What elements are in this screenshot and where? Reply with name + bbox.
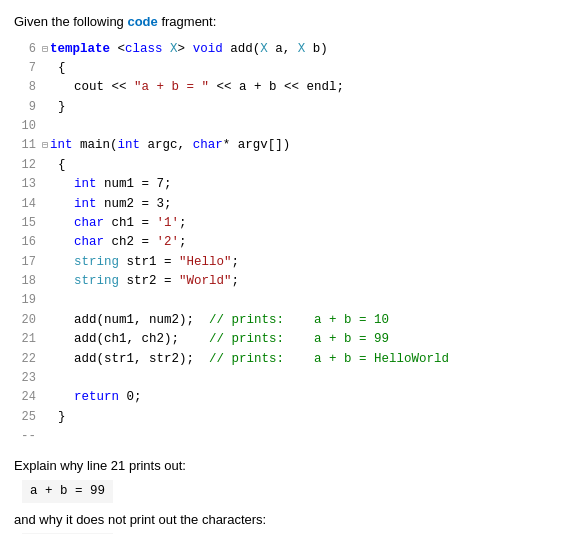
code-line-15: 15 char ch1 = '1'; [14, 214, 556, 233]
line-num-9: 9 [14, 98, 36, 117]
code-line-dash: -- [14, 427, 556, 446]
code-line-6: 6 ⊟template <class X> void add(X a, X b) [14, 40, 556, 59]
code-line-10: 10 [14, 117, 556, 136]
code-line-9: 9 } [14, 98, 556, 117]
intro-text: Given the following code fragment: [14, 12, 556, 32]
code-line-11: 11 ⊟int main(int argc, char* argv[]) [14, 136, 556, 155]
line-content-8: cout << "a + b = " << a + b << endl; [42, 78, 344, 97]
code-line-8: 8 cout << "a + b = " << a + b << endl; [14, 78, 556, 97]
line-content-19 [42, 291, 50, 310]
line-num-24: 24 [14, 388, 36, 407]
collapse-icon-11: ⊟ [42, 140, 48, 151]
line-num-21: 21 [14, 330, 36, 349]
q1-text2: and why it does not print out the charac… [14, 510, 556, 530]
line-content-18: string str2 = "World"; [42, 272, 239, 291]
code-line-18: 18 string str2 = "World"; [14, 272, 556, 291]
line-content-11: ⊟int main(int argc, char* argv[]) [42, 136, 290, 155]
str-a-b: "a + b = " [134, 80, 209, 94]
line-num-10: 10 [14, 117, 36, 136]
code-line-21: 21 add(ch1, ch2); // prints: a + b = 99 [14, 330, 556, 349]
code-line-22: 22 add(str1, str2); // prints: a + b = H… [14, 350, 556, 369]
line-num-22: 22 [14, 350, 36, 369]
line-num-25: 25 [14, 408, 36, 427]
kw-class: class [125, 42, 163, 56]
code-line-20: 20 add(num1, num2); // prints: a + b = 1… [14, 311, 556, 330]
code-block: 6 ⊟template <class X> void add(X a, X b)… [14, 40, 556, 447]
line-content-22: add(str1, str2); // prints: a + b = Hell… [42, 350, 449, 369]
line-num-13: 13 [14, 175, 36, 194]
line-num-17: 17 [14, 253, 36, 272]
code-line-25: 25 } [14, 408, 556, 427]
code-line-13: 13 int num1 = 7; [14, 175, 556, 194]
question1-block: Explain why line 21 prints out: a + b = … [14, 456, 556, 534]
line-num-23: 23 [14, 369, 36, 388]
line-num-12: 12 [14, 156, 36, 175]
line-num-11: 11 [14, 136, 36, 155]
line-content-14: int num2 = 3; [42, 195, 172, 214]
line-content-12: { [42, 156, 66, 175]
line-num-8: 8 [14, 78, 36, 97]
q1-text1: Explain why line 21 prints out: [14, 456, 556, 476]
intro-highlight: code [127, 14, 157, 29]
line-content-21: add(ch1, ch2); // prints: a + b = 99 [42, 330, 389, 349]
line-content-17: string str1 = "Hello"; [42, 253, 239, 272]
line-content-10 [42, 117, 50, 136]
line-content-24: return 0; [42, 388, 142, 407]
line-num-18: 18 [14, 272, 36, 291]
code-line-24: 24 return 0; [14, 388, 556, 407]
line-num-15: 15 [14, 214, 36, 233]
line-content-9: } [42, 98, 66, 117]
kw-int: int [50, 138, 73, 152]
code-line-14: 14 int num2 = 3; [14, 195, 556, 214]
code-line-7: 7 { [14, 59, 556, 78]
line-num-20: 20 [14, 311, 36, 330]
code-line-17: 17 string str1 = "Hello"; [14, 253, 556, 272]
line-content-15: char ch1 = '1'; [42, 214, 187, 233]
code-line-16: 16 char ch2 = '2'; [14, 233, 556, 252]
kw-void: void [193, 42, 223, 56]
code-line-12: 12 { [14, 156, 556, 175]
collapse-icon-6: ⊟ [42, 44, 48, 55]
line-content-6: ⊟template <class X> void add(X a, X b) [42, 40, 328, 59]
kw-template: template [50, 42, 110, 56]
line-num-16: 16 [14, 233, 36, 252]
line-content-13: int num1 = 7; [42, 175, 172, 194]
line-num-14: 14 [14, 195, 36, 214]
line-num-6: 6 [14, 40, 36, 59]
code-line-19: 19 [14, 291, 556, 310]
code-line-23: 23 [14, 369, 556, 388]
line-num-19: 19 [14, 291, 36, 310]
line-content-25: } [42, 408, 66, 427]
line-content-7: { [42, 59, 66, 78]
line-num-dash: -- [14, 427, 36, 446]
line-content-23 [42, 369, 50, 388]
line-content-20: add(num1, num2); // prints: a + b = 10 [42, 311, 389, 330]
line-num-7: 7 [14, 59, 36, 78]
line-content-16: char ch2 = '2'; [42, 233, 187, 252]
q1-code1: a + b = 99 [22, 480, 113, 503]
